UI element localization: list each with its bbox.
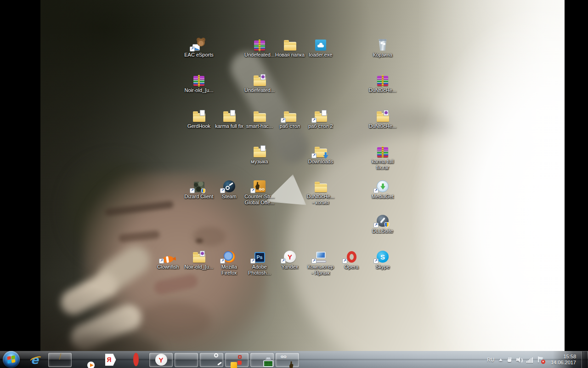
winrar-icon	[375, 71, 390, 86]
taskbar: eЯY RU × 15:58 14.06.2017	[0, 351, 588, 368]
desktop-icon-noir-old-folder[interactable]: Noir-old_[u...	[181, 248, 216, 270]
taskbar-button-visual-studio[interactable]	[175, 353, 198, 367]
desktop-icon-dunt0che-rar[interactable]: DuNt0cHe...	[365, 71, 400, 93]
windows-logo-icon	[3, 351, 20, 368]
taskbar-button-counter-strike-go[interactable]	[276, 353, 299, 367]
shortcut-arrow-icon: ↗	[373, 188, 379, 193]
desktop-icon-label: Dizard Client	[181, 194, 216, 200]
desktop-icon-dizard-client[interactable]: ↗Dizard Client	[181, 178, 216, 200]
taskbar-button-internet-explorer[interactable]: e	[23, 353, 46, 367]
clock-time: 15:58	[548, 354, 576, 360]
folder-icon	[282, 36, 298, 51]
photoshop-icon: ↗	[252, 248, 267, 263]
mediaget-icon: ↗	[375, 178, 390, 192]
show-desktop-button[interactable]	[582, 351, 587, 368]
desktop-icon-loader-exe[interactable]: loader.exe	[303, 36, 338, 58]
desktop-icon-label: Steam	[212, 194, 247, 200]
desktop-icon-label: Skype	[365, 264, 400, 270]
desktop-icon-rab-stol-2[interactable]: ↗раб стол 2	[303, 107, 338, 129]
shortcut-arrow-icon: ↗	[190, 46, 195, 52]
desktop-icon-skype[interactable]: S↗Skype	[365, 248, 400, 270]
safely-remove-icon[interactable]	[506, 356, 513, 363]
desktop-icon-undefeated-rar[interactable]: Undefeated...	[242, 36, 277, 58]
desktop-icon-label: Yandex	[272, 264, 307, 270]
csgo-icon: ↗	[252, 178, 267, 192]
taskbar-button-yandex-search[interactable]: Я	[99, 353, 122, 367]
desktop-icon-label: Clownfish	[151, 264, 186, 270]
desktop-icon-kompyuter-yarlyk[interactable]: ↗Компьютер - Ярлык	[303, 248, 338, 276]
taskbar-button-windows-media-player[interactable]	[74, 353, 97, 367]
clock-date: 14.06.2017	[548, 360, 576, 366]
desktop-icon-novaya-papka[interactable]: Новая папка	[272, 36, 307, 58]
desktop-icon-label: karma full fix	[212, 123, 247, 129]
opera-icon: ↗	[344, 248, 359, 263]
winrar-icon	[252, 36, 267, 51]
recycle-icon	[375, 36, 390, 51]
desktop-icon-noir-old-rar[interactable]: Noir-old_[u...	[181, 71, 216, 93]
shortcut-arrow-icon: ↗	[220, 188, 225, 193]
taskbar-button-opera[interactable]	[124, 353, 147, 367]
desktop-icon-dunt0che-folder[interactable]: DuNt0cHe...	[365, 107, 400, 129]
desktop-surface[interactable]: ↗EAC eSportsUndefeated...Новая папкаload…	[0, 0, 588, 368]
desktop-icon-label: Noir-old_[u...	[181, 264, 216, 270]
desktop-icon-mediaget[interactable]: ↗MediaGet	[365, 178, 400, 200]
desktop-icon-adobe-photoshop[interactable]: ↗Adobe Photosh...	[242, 248, 277, 276]
desktop-icon-label: MediaGet	[365, 194, 400, 200]
folder-icon	[252, 107, 267, 122]
speaker-icon[interactable]	[516, 356, 523, 363]
desktop-icon-label: Undefeated...	[242, 87, 277, 93]
language-indicator[interactable]: RU	[486, 357, 495, 362]
desktop-icon-dunt0che-kopiya[interactable]: DuNt0cHe... - копия	[303, 178, 338, 206]
clownfish-icon: ↗	[160, 248, 176, 263]
desktop-icon-label: Новая папка	[272, 52, 307, 58]
desktop-icon-label: DuNt0cHe...	[365, 123, 400, 129]
folder-doc-icon	[191, 107, 207, 122]
desktop-icon-label: раб стол 2	[303, 123, 338, 129]
desktop-icon-karma-full-fix-rar[interactable]: karma full fix.rar	[365, 143, 400, 171]
desktop-icon-opera[interactable]: ↗Opera	[334, 248, 369, 270]
desktop-icon-label: karma full fix.rar	[365, 159, 400, 171]
firefox-icon: ↗	[221, 248, 237, 263]
desktop-icon-karma-full-fix[interactable]: karma full fix	[212, 107, 247, 129]
desktop-icon-mozilla-firefox[interactable]: ↗Mozilla Firefox	[212, 248, 247, 276]
shortcut-arrow-icon: ↗	[342, 259, 347, 264]
desktop-icon-muzyka[interactable]: музыка	[242, 143, 277, 165]
desktop-icon-undefeated-folder[interactable]: Undefeated...	[242, 71, 277, 93]
desktop-icon-yandex[interactable]: Y↗Yandex	[272, 248, 307, 270]
desktop-icon-clownfish[interactable]: ↗Clownfish	[151, 248, 186, 270]
desktop-icon-smart-hac[interactable]: smart-hac...	[242, 107, 277, 129]
taskbar-button-system-monitor[interactable]	[250, 353, 274, 367]
desktop-icon-korzina[interactable]: Корзина	[365, 36, 400, 58]
desktop-icon-label: EAC eSports	[181, 52, 216, 58]
desktop-icon-label: smart-hac...	[242, 123, 277, 129]
taskbar-button-blocks-app[interactable]	[225, 353, 249, 367]
desktop-icon-eac-esports[interactable]: ↗EAC eSports	[181, 36, 216, 58]
taskbar-button-windows-explorer[interactable]	[48, 353, 72, 367]
ya-icon: Я	[105, 354, 116, 366]
network-signal-icon[interactable]	[526, 357, 534, 363]
start-button[interactable]	[0, 351, 22, 368]
desktop-icon-gerdhook[interactable]: GerdHook	[181, 107, 216, 129]
shortcut-arrow-icon: ↗	[373, 259, 379, 264]
folder-media-icon	[191, 248, 207, 263]
desktop-icon-rab-stol[interactable]: ↗раб стол	[272, 107, 307, 129]
eac-icon: ↗	[191, 36, 207, 51]
desktop-icon-dllsuite[interactable]: ↗DLLSuite	[365, 212, 400, 234]
desktop-icon-steam[interactable]: ↗Steam	[212, 178, 247, 200]
desktop-icon-label: Mozilla Firefox	[212, 264, 247, 276]
folder-media-icon	[375, 107, 390, 122]
taskbar-button-yandex-browser[interactable]: Y	[149, 353, 173, 367]
opera-icon	[133, 356, 139, 364]
winrar-icon	[191, 71, 207, 86]
taskbar-button-steam[interactable]	[200, 353, 223, 367]
action-center-flag-icon[interactable]: ×	[537, 356, 544, 363]
chevron-up-icon[interactable]	[499, 358, 503, 361]
folder-icon	[313, 178, 328, 192]
desktop-icon-counter-strike-go[interactable]: ↗Counter-Str... Global Offe...	[242, 178, 277, 206]
folder-down-icon: ↗	[313, 143, 328, 157]
clock[interactable]: 15:58 14.06.2017	[548, 354, 576, 366]
desktop-icon-label: Корзина	[365, 52, 400, 58]
desktop-icon-label: Компьютер - Ярлык	[303, 264, 338, 276]
folder-media-icon	[252, 71, 267, 86]
desktop-icon-downloads[interactable]: ↗Downloads	[303, 143, 338, 165]
